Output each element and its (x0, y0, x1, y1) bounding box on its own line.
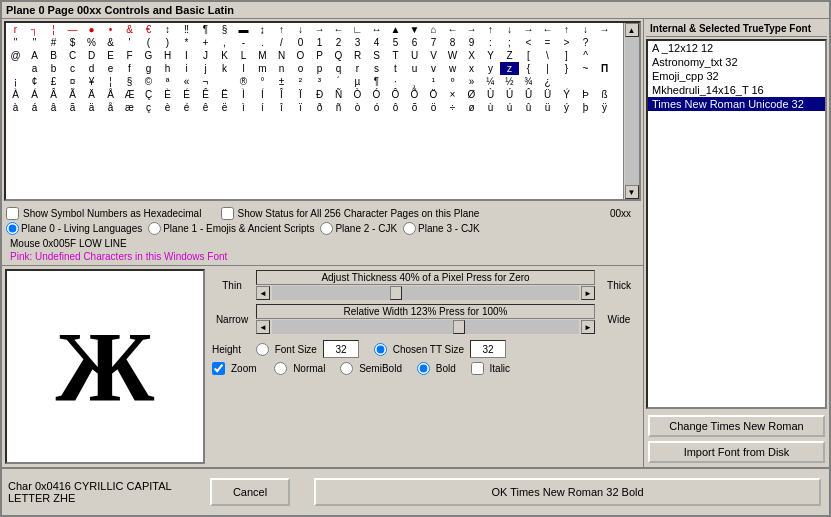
char-cell[interactable]: - (234, 36, 253, 49)
char-cell[interactable]: ↕ (158, 23, 177, 36)
chosen-tt-radio[interactable] (374, 343, 387, 356)
char-cell[interactable]: i (177, 62, 196, 75)
char-cell[interactable]: % (82, 36, 101, 49)
char-cell[interactable]: ↑ (481, 23, 500, 36)
char-cell[interactable]: ' (120, 36, 139, 49)
char-cell[interactable]: å (101, 101, 120, 114)
char-cell[interactable]: ¤ (63, 75, 82, 88)
char-cell[interactable]: ê (196, 101, 215, 114)
char-cell[interactable]: G (139, 49, 158, 62)
plane-0-label[interactable]: Plane 0 - Living Languages (6, 222, 142, 235)
thickness-slider[interactable] (272, 286, 579, 300)
char-cell[interactable]: ← (443, 23, 462, 36)
char-cell[interactable] (6, 62, 25, 75)
italic-label[interactable]: Italic (490, 363, 511, 374)
char-cell[interactable]: g (139, 62, 158, 75)
char-cell[interactable]: ¦ (101, 75, 120, 88)
char-cell[interactable]: — (63, 23, 82, 36)
char-cell[interactable]: ? (576, 36, 595, 49)
char-cell[interactable] (557, 75, 576, 88)
char-cell[interactable]: Y (481, 49, 500, 62)
char-cell[interactable]: ì (234, 101, 253, 114)
char-cell[interactable]: þ (576, 101, 595, 114)
plane-0-radio[interactable] (6, 222, 19, 235)
char-cell[interactable]: Ø (462, 88, 481, 101)
char-cell[interactable]: | (538, 62, 557, 75)
char-cell[interactable]: ● (82, 23, 101, 36)
char-cell[interactable]: É (177, 88, 196, 101)
char-cell[interactable]: w (443, 62, 462, 75)
char-cell[interactable]: B (44, 49, 63, 62)
char-cell[interactable]: ¹ (424, 75, 443, 88)
char-cell[interactable]: ù (481, 101, 500, 114)
char-cell[interactable]: & (101, 36, 120, 49)
char-cell[interactable]: @ (6, 49, 25, 62)
import-font-button[interactable]: Import Font from Disk (648, 441, 825, 463)
char-cell[interactable]: ô (386, 101, 405, 114)
show-hex-label[interactable]: Show Symbol Numbers as Hexadecimal (23, 208, 201, 219)
char-cell[interactable]: 2 (329, 36, 348, 49)
char-cell[interactable]: z (500, 62, 519, 75)
char-cell[interactable]: ) (158, 36, 177, 49)
char-cell[interactable]: û (519, 101, 538, 114)
char-cell[interactable]: ø (462, 101, 481, 114)
char-cell[interactable]: ý (557, 101, 576, 114)
char-cell[interactable]: À (6, 88, 25, 101)
char-cell[interactable]: Ò (348, 88, 367, 101)
char-cell[interactable]: ° (253, 75, 272, 88)
thickness-right-btn[interactable]: ► (581, 286, 595, 300)
char-cell[interactable]: T (386, 49, 405, 62)
char-cell[interactable]: Ð (310, 88, 329, 101)
char-cell[interactable]: Ê (196, 88, 215, 101)
font-list-item[interactable]: A _12x12 12 (648, 41, 825, 55)
char-cell[interactable]: X (462, 49, 481, 62)
char-cell[interactable]: ┐ (25, 23, 44, 36)
char-cell[interactable]: £ (44, 75, 63, 88)
char-cell[interactable]: C (63, 49, 82, 62)
char-cell[interactable]: ↨ (253, 23, 272, 36)
plane-1-radio[interactable] (148, 222, 161, 235)
char-cell[interactable]: q (329, 62, 348, 75)
char-cell[interactable]: h (158, 62, 177, 75)
font-list[interactable]: A _12x12 12Astronomy_txt 32Emoji_cpp 32M… (646, 39, 827, 409)
char-cell[interactable]: â (44, 101, 63, 114)
char-cell[interactable]: { (519, 62, 538, 75)
char-cell[interactable]: x (462, 62, 481, 75)
plane-3-label[interactable]: Plane 3 - CJK (403, 222, 480, 235)
char-cell[interactable]: U (405, 49, 424, 62)
char-cell[interactable]: 9 (462, 36, 481, 49)
char-cell[interactable]: M (253, 49, 272, 62)
char-cell[interactable]: § (120, 75, 139, 88)
italic-checkbox[interactable] (471, 362, 484, 375)
show-status-checkbox[interactable] (221, 207, 234, 220)
char-cell[interactable]: Ó (367, 88, 386, 101)
thickness-info[interactable]: Adjust Thickness 40% of a Pixel Press fo… (256, 270, 595, 285)
char-cell[interactable]: & (120, 23, 139, 36)
char-cell[interactable]: r (6, 23, 25, 36)
char-cell[interactable]: ´ (329, 75, 348, 88)
show-status-label[interactable]: Show Status for All 256 Character Pages … (238, 208, 480, 219)
char-cell[interactable]: Î (272, 88, 291, 101)
char-cell[interactable]: Þ (576, 88, 595, 101)
char-cell[interactable]: × (443, 88, 462, 101)
char-cell[interactable]: » (462, 75, 481, 88)
plane-3-radio[interactable] (403, 222, 416, 235)
char-cell[interactable]: / (272, 36, 291, 49)
char-cell[interactable]: → (519, 23, 538, 36)
char-cell[interactable]: ú (500, 101, 519, 114)
char-cell[interactable]: ( (139, 36, 158, 49)
char-cell[interactable]: O (291, 49, 310, 62)
char-cell[interactable]: ¥ (82, 75, 101, 88)
char-cell[interactable] (595, 75, 614, 88)
char-cell[interactable]: y (481, 62, 500, 75)
zoom-label[interactable]: Zoom (231, 363, 257, 374)
char-cell[interactable]: ³ (310, 75, 329, 88)
char-cell[interactable]: k (215, 62, 234, 75)
char-cell[interactable]: ^ (576, 49, 595, 62)
char-cell[interactable]: < (519, 36, 538, 49)
char-cell[interactable]: ë (215, 101, 234, 114)
char-cell[interactable]: ã (63, 101, 82, 114)
char-cell[interactable]: õ (405, 101, 424, 114)
char-cell[interactable]: í (253, 101, 272, 114)
char-cell[interactable]: ï (291, 101, 310, 114)
